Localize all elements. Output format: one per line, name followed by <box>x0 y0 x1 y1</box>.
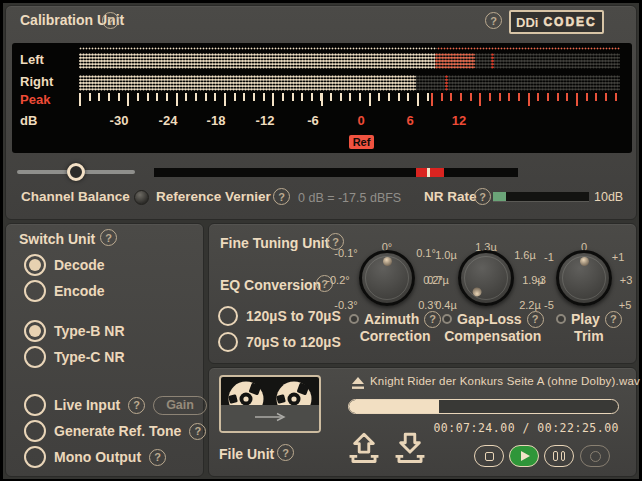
reference-vernier-readout: 0 dB = -17.5 dBFS <box>298 191 401 205</box>
knob-caption-azimuth-correction: AzimuthCorrection <box>349 311 441 344</box>
help-icon-play-trim[interactable] <box>605 311 622 328</box>
help-icon-file-unit[interactable] <box>277 444 294 461</box>
radio-row-generate-ref-tone[interactable]: Generate Ref. Tone <box>6 420 203 442</box>
reference-vernier-marker[interactable] <box>416 168 444 177</box>
reference-vernier-slider[interactable] <box>154 168 518 177</box>
meter-bar-right <box>79 75 620 91</box>
meter-peak-label: Peak <box>20 92 50 107</box>
play-trim-led[interactable] <box>556 314 566 324</box>
io-radio-group: Live InputGainGenerate Ref. ToneMono Out… <box>6 394 203 472</box>
knob-caption-line2-play-trim: Trim <box>556 328 622 344</box>
knob-azimuth-correction[interactable] <box>359 250 415 306</box>
knob-scale-label-play-trim: +3 <box>620 274 633 286</box>
help-icon-switch-unit[interactable] <box>100 229 117 246</box>
knob-scale-label-gap-loss-compensation: 0.7µ <box>427 274 449 286</box>
knob-pointer-play-trim <box>580 257 589 266</box>
knob-caption-gap-loss-compensation: Gap-LossCompensation <box>442 311 544 344</box>
file-unit-panel: File Unit Knight Rider der Konkurs Seite… <box>208 367 637 477</box>
db-scale-label-6: -6 <box>307 113 319 128</box>
radio-generate-ref-tone[interactable] <box>24 420 46 442</box>
azimuth-correction-led[interactable] <box>349 314 359 324</box>
record-button[interactable] <box>580 445 610 467</box>
switch-unit-panel: Switch Unit DecodeEncode Type-B NRType-C… <box>5 223 204 477</box>
knob-scale-label-play-trim: +1 <box>612 251 625 263</box>
playback-progress-bar[interactable] <box>348 399 619 414</box>
radio-label-encode: Encode <box>54 283 105 299</box>
play-icon <box>521 451 530 461</box>
help-icon-reference-vernier[interactable] <box>273 188 290 205</box>
knob-scale-label-play-trim: -5 <box>544 299 554 311</box>
db-scale-label-0: 0 <box>357 113 364 128</box>
radio-label-mono-output: Mono Output <box>54 449 141 465</box>
knob-scale-label-azimuth-correction: -0.3° <box>334 299 357 311</box>
gap-loss-compensation-led[interactable] <box>442 314 452 324</box>
help-icon-nr-rate[interactable] <box>474 188 491 205</box>
radio-label-type-c-nr: Type-C NR <box>54 349 125 365</box>
knob-caption-line2-azimuth-correction: Correction <box>349 328 441 344</box>
radio-row-encode[interactable]: Encode <box>6 280 203 302</box>
radio-row-mono-output[interactable]: Mono Output <box>6 446 203 468</box>
channel-balance-reset-knob[interactable] <box>134 190 149 205</box>
db-scale-label-24: -24 <box>159 113 178 128</box>
window-background: Calibration Unit DDi CODEC Left Right <box>3 3 639 479</box>
help-icon-calibration-unit[interactable] <box>102 12 119 29</box>
channel-balance-slider[interactable] <box>17 170 135 174</box>
pause-icon <box>553 451 565 461</box>
radio-row-type-b-nr[interactable]: Type-B NR <box>6 320 203 342</box>
file-unit-title: File Unit <box>219 446 274 462</box>
help-icon-gap-loss-compensation[interactable] <box>527 311 544 328</box>
radio-type-b-nr[interactable] <box>24 320 46 342</box>
radio-decode[interactable] <box>24 254 46 276</box>
tape-reels-graphic <box>219 375 321 433</box>
load-file-icon[interactable] <box>347 430 381 464</box>
brand-logo: DDi CODEC <box>509 10 604 34</box>
mode-radio-group: DecodeEncode <box>6 254 203 306</box>
nr-type-radio-group: Type-B NRType-C NR <box>6 320 203 372</box>
nr-rate-value: 10dB <box>594 190 623 204</box>
db-scale: -30-24-18-12-60612 <box>12 113 632 129</box>
pause-button[interactable] <box>544 445 574 467</box>
help-icon-live-input[interactable] <box>128 397 145 414</box>
radio-row-decode[interactable]: Decode <box>6 254 203 276</box>
radio-label-live-input: Live Input <box>54 397 120 413</box>
knob-caption-line1-gap-loss-compensation: Gap-Loss <box>457 311 522 327</box>
playback-progress-fill <box>349 400 439 413</box>
knob-caption-line1-play-trim: Play <box>571 311 600 327</box>
knob-caption-line1-azimuth-correction: Azimuth <box>364 311 419 327</box>
knob-pointer-gap-loss-compensation <box>471 286 483 298</box>
meter-right-peak-hold <box>445 75 448 91</box>
stop-icon <box>485 452 494 461</box>
help-icon-generate-ref-tone[interactable] <box>189 423 206 440</box>
knob-play-trim[interactable] <box>556 250 612 306</box>
brand-logo-codec: CODEC <box>543 15 596 29</box>
radio-encode[interactable] <box>24 280 46 302</box>
fine-tuning-unit-panel: Fine Tuning Unit EQ Conversion 120µS to … <box>208 223 637 364</box>
eject-icon[interactable] <box>351 376 365 390</box>
calibration-unit-panel: Calibration Unit DDi CODEC Left Right <box>5 5 637 220</box>
switch-unit-title: Switch Unit <box>19 231 95 247</box>
radio-row-type-c-nr[interactable]: Type-C NR <box>6 346 203 368</box>
knob-scale-label-gap-loss-compensation: 0.4µ <box>435 299 457 311</box>
level-meter: Left Right Peak dB -30-24-18-12-60612 Re… <box>12 43 632 153</box>
gain-button[interactable]: Gain <box>153 396 207 415</box>
knob-scale-label-play-trim: +5 <box>619 299 632 311</box>
radio-mono-output[interactable] <box>24 446 46 468</box>
knob-area: 0°-0.1°0.1°-0.2°0.2°-0.3°0.3°AzimuthCorr… <box>209 224 636 363</box>
radio-row-live-input[interactable]: Live InputGain <box>6 394 203 416</box>
stop-button[interactable] <box>474 445 504 467</box>
help-icon-azimuth-correction[interactable] <box>424 311 441 328</box>
save-file-icon[interactable] <box>393 430 427 464</box>
knob-gap-loss-compensation[interactable] <box>458 250 514 306</box>
radio-live-input[interactable] <box>24 394 46 416</box>
help-icon-mono-output[interactable] <box>149 449 166 466</box>
channel-balance-thumb[interactable] <box>67 163 85 181</box>
nr-rate-thumb[interactable] <box>493 192 506 201</box>
loaded-filename: Knight Rider der Konkurs Seite A (ohne D… <box>370 375 640 387</box>
knob-scale-label-play-trim: -1 <box>544 251 554 263</box>
ref-marker: Ref <box>349 135 374 149</box>
help-icon-brand[interactable] <box>485 12 502 29</box>
nr-rate-slider[interactable] <box>493 192 589 202</box>
db-scale-label-12: -12 <box>256 113 275 128</box>
play-button[interactable] <box>509 445 539 467</box>
radio-type-c-nr[interactable] <box>24 346 46 368</box>
